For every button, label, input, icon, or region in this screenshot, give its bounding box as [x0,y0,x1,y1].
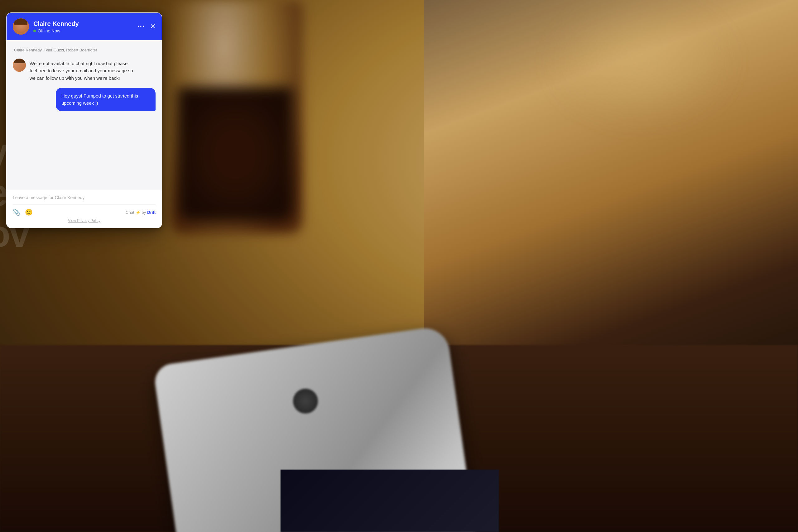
attachment-icon[interactable]: 📎 [13,209,21,216]
bolt-icon: ⚡ [136,210,140,215]
background-phone-camera [293,388,318,414]
chat-widget: Claire Kennedy Offline Now ··· ✕ Claire … [6,13,162,228]
chat-footer: Leave a message for Claire Kennedy 📎 🙂 C… [6,190,162,228]
drift-logo: Drift [147,210,155,215]
footer-bottom: 📎 🙂 Chat ⚡ by Drift [13,205,155,216]
emoji-icon[interactable]: 🙂 [25,209,33,216]
agent-status: Offline Now [33,28,133,33]
avatar [13,18,29,35]
status-text: Offline Now [38,28,60,33]
outgoing-message-row: Hey guys! Pumped to get started this upc… [13,88,155,111]
background-jar-liquid [178,87,293,221]
background-book [281,470,499,532]
powered-by-label: by [142,210,146,215]
chat-header: Claire Kennedy Offline Now ··· ✕ [6,13,162,40]
chat-label: Chat [126,210,134,215]
status-dot-icon [33,30,36,32]
footer-icons: 📎 🙂 [13,209,33,216]
outgoing-message-text: Hey guys! Pumped to get started this upc… [56,88,155,111]
chat-widget-wrapper: Claire Kennedy Offline Now ··· ✕ Claire … [6,13,162,228]
agent-avatar-small [13,59,26,72]
incoming-message-row: We're not available to chat right now bu… [13,59,155,82]
privacy-policy-link[interactable]: View Privacy Policy [13,216,155,223]
avatar-hair [14,18,27,25]
agent-name: Claire Kennedy [33,20,133,27]
background-highlight [549,0,736,125]
agents-list: Claire Kennedy, Tyler Guzzi, Robert Boer… [13,48,155,52]
avatar-hair-small [14,59,25,63]
more-options-button[interactable]: ··· [137,22,145,31]
close-button[interactable]: ✕ [150,22,155,31]
chat-header-info: Claire Kennedy Offline Now [33,20,133,33]
incoming-message-text: We're not available to chat right now bu… [30,59,136,82]
avatar-face [13,18,29,35]
message-input[interactable]: Leave a message for Claire Kennedy [13,195,155,205]
chat-body: Claire Kennedy, Tyler Guzzi, Robert Boer… [6,40,162,190]
powered-by: Chat ⚡ by Drift [126,210,155,215]
header-actions: ··· ✕ [137,22,155,31]
